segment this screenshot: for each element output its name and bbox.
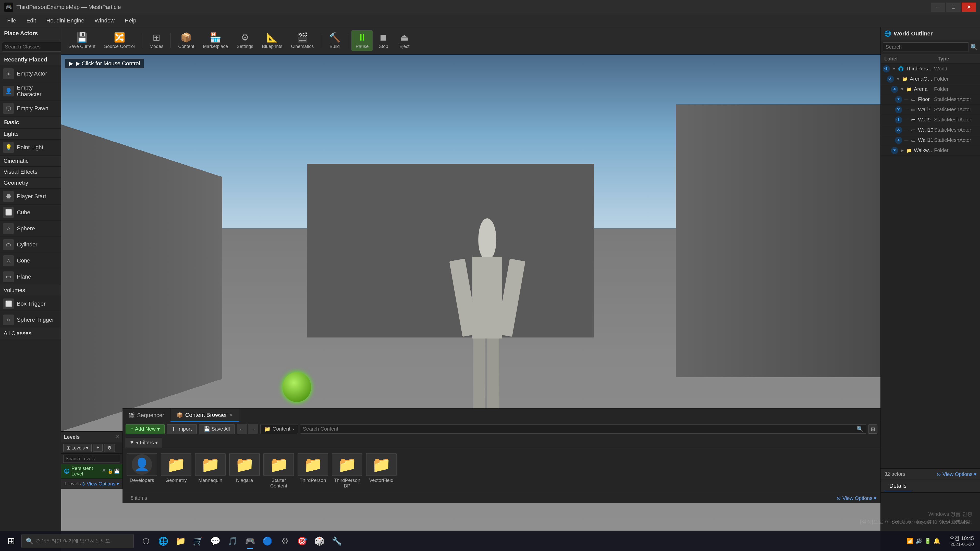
outliner-row-floor[interactable]: 👁 — ▭ Floor StaticMeshActor	[881, 94, 980, 105]
tab-sequencer[interactable]: 🎬 Sequencer	[123, 409, 170, 422]
levels-view-options[interactable]: ⊙ View Options ▾	[81, 481, 119, 487]
volume-icon[interactable]: 🔊	[915, 538, 922, 545]
notifications-icon[interactable]: 🔔	[933, 538, 940, 545]
outliner-row-arena[interactable]: 👁 ▼ 📁 Arena Folder	[881, 84, 980, 94]
details-tab[interactable]: Details	[884, 481, 912, 491]
category-recently-placed[interactable]: Recently Placed	[0, 54, 61, 66]
actor-point-light[interactable]: 💡 Point Light	[0, 140, 61, 156]
levels-add-button[interactable]: +	[93, 444, 103, 452]
actor-empty-pawn[interactable]: ⬡ Empty Pawn	[0, 100, 61, 117]
content-browser-tab-close[interactable]: ✕	[229, 412, 233, 418]
taskbar-clock[interactable]: 오전 10:45 2021-01-20	[946, 535, 977, 547]
content-item-geometry[interactable]: 📁 Geometry	[161, 453, 191, 483]
modes-button[interactable]: ⊞ Modes	[145, 30, 167, 51]
eject-button[interactable]: ⏏ Eject	[394, 30, 414, 51]
content-item-vectorfield[interactable]: 📁 VectorField	[366, 453, 396, 483]
menu-file[interactable]: File	[2, 16, 21, 25]
persistent-level-item[interactable]: 🌐 Persistent Level 👁 🔒 💾	[61, 464, 122, 478]
filters-button[interactable]: ▼ ▾ Filters ▾	[125, 438, 162, 448]
arena-expand-icon[interactable]: ▼	[900, 87, 905, 92]
levels-dropdown-button[interactable]: ⊞ Levels ▾	[63, 444, 92, 452]
menu-window[interactable]: Window	[89, 16, 120, 25]
marketplace-button[interactable]: 🏪 Marketplace	[199, 30, 232, 51]
content-item-starter-content[interactable]: 📁 Starter Content	[263, 453, 294, 489]
content-item-thirdperson-bp[interactable]: 📁 ThirdPerson BP	[332, 453, 363, 489]
taskbar-app-ue4[interactable]: 🎮	[242, 533, 258, 549]
import-button[interactable]: ⬆ Import	[167, 424, 197, 434]
category-all-classes[interactable]: All Classes	[0, 328, 61, 339]
category-volumes[interactable]: Volumes	[0, 285, 61, 296]
menu-help[interactable]: Help	[120, 16, 142, 25]
add-new-button[interactable]: + Add New ▾	[126, 424, 165, 434]
pause-button[interactable]: ⏸ Pause	[352, 30, 372, 51]
layout-toggle-button[interactable]: ⊞	[868, 424, 877, 433]
category-visual-effects[interactable]: Visual Effects	[0, 167, 61, 178]
start-button[interactable]: ⊞	[3, 533, 19, 549]
content-item-niagara[interactable]: 📁 Niagara	[229, 453, 260, 483]
outliner-view-options[interactable]: ⊙ View Options ▾	[937, 471, 977, 477]
close-button[interactable]: ✕	[962, 3, 976, 12]
maximize-button[interactable]: □	[946, 3, 961, 12]
viewport-container[interactable]: ▶ ▶ Click for Mouse Control	[61, 55, 880, 551]
taskbar-app-settings[interactable]: ⚙	[277, 533, 293, 549]
actor-cube[interactable]: ⬜ Cube	[0, 205, 61, 221]
outliner-row-wall10[interactable]: 👁 — ▭ Wall10 StaticMeshActor	[881, 125, 980, 135]
taskbar-app-chat[interactable]: 💬	[207, 533, 224, 549]
taskbar-search-input[interactable]	[36, 538, 129, 544]
menu-houdini[interactable]: Houdini Engine	[41, 16, 89, 25]
minimize-button[interactable]: ─	[931, 3, 945, 12]
level-vis-button[interactable]: 👁	[102, 468, 107, 474]
stop-button[interactable]: ⏹ Stop	[373, 30, 393, 51]
content-search-bar[interactable]: 🔍	[300, 424, 866, 433]
level-lock-button[interactable]: 🔒	[107, 468, 113, 474]
build-button[interactable]: 🔨 Build	[325, 30, 345, 51]
content-item-thirdperson[interactable]: 📁 ThirdPerson	[298, 453, 328, 483]
cinematics-button[interactable]: 🎬 Cinematics	[287, 30, 318, 51]
taskbar-app-explorer[interactable]: 📁	[172, 533, 189, 549]
levels-options-button[interactable]: ⚙	[104, 444, 115, 452]
taskbar-app-store[interactable]: 🛒	[190, 533, 206, 549]
category-lights[interactable]: Lights	[0, 129, 61, 140]
actor-cone[interactable]: △ Cone	[0, 253, 61, 269]
taskbar-app-visual-studio[interactable]: 🔵	[259, 533, 275, 549]
content-button[interactable]: 📦 Content	[174, 30, 198, 51]
tab-content-browser[interactable]: 📦 Content Browser ✕	[170, 409, 239, 422]
outliner-row-arena-geometry[interactable]: 👁 ▼ 📁 ArenaGeometry Folder	[881, 74, 980, 84]
nav-back-button[interactable]: ←	[237, 424, 247, 434]
outliner-row-wall7[interactable]: 👁 — ▭ Wall7 StaticMeshActor	[881, 105, 980, 115]
actor-empty-actor[interactable]: ◈ Empty Actor	[0, 66, 61, 82]
taskbar-app-task-view[interactable]: ⬡	[138, 533, 154, 549]
save-current-button[interactable]: 💾 Save Current	[64, 30, 100, 51]
actor-sphere-trigger[interactable]: ○ Sphere Trigger	[0, 312, 61, 328]
walkway-expand-icon[interactable]: ▶	[900, 148, 905, 153]
taskbar-search-bar[interactable]: 🔍	[21, 534, 134, 548]
source-control-button[interactable]: 🔀 Source Control	[100, 30, 139, 51]
outliner-row-world[interactable]: 👁 ▼ 🌐 ThirdPersonExampleMap (Play In Edi…	[881, 64, 980, 74]
category-cinematic[interactable]: Cinematic	[0, 156, 61, 167]
category-basic[interactable]: Basic	[0, 117, 61, 129]
levels-search-input[interactable]	[63, 455, 120, 463]
level-save-button[interactable]: 💾	[114, 468, 120, 474]
actor-plane[interactable]: ▭ Plane	[0, 269, 61, 285]
outliner-row-wall11[interactable]: 👁 — ▭ Wall11 StaticMeshActor	[881, 135, 980, 145]
content-search-input[interactable]	[303, 426, 856, 432]
walkway-vis-toggle[interactable]: 👁	[891, 147, 898, 154]
taskbar-app-music[interactable]: 🎵	[224, 533, 241, 549]
battery-icon[interactable]: 🔋	[924, 538, 931, 545]
menu-edit[interactable]: Edit	[21, 16, 41, 25]
taskbar-app-chrome[interactable]: 🌐	[155, 533, 172, 549]
wall9-vis-toggle[interactable]: 👁	[895, 116, 902, 124]
wall10-vis-toggle[interactable]: 👁	[895, 127, 902, 134]
world-expand-icon[interactable]: ▼	[891, 66, 897, 71]
actor-empty-character[interactable]: 👤 Empty Character	[0, 82, 61, 100]
nav-forward-button[interactable]: →	[248, 424, 258, 434]
network-icon[interactable]: 📶	[907, 538, 913, 545]
save-all-button[interactable]: 💾 Save All	[199, 424, 235, 434]
levels-close-button[interactable]: ✕	[115, 434, 120, 440]
actor-cylinder[interactable]: ⬭ Cylinder	[0, 237, 61, 253]
viewport-click-label[interactable]: ▶ ▶ Click for Mouse Control	[65, 59, 144, 68]
arena-geometry-vis-toggle[interactable]: 👁	[887, 76, 894, 83]
wall7-vis-toggle[interactable]: 👁	[895, 106, 902, 113]
wall11-vis-toggle[interactable]: 👁	[895, 137, 902, 144]
actor-sphere[interactable]: ○ Sphere	[0, 221, 61, 237]
